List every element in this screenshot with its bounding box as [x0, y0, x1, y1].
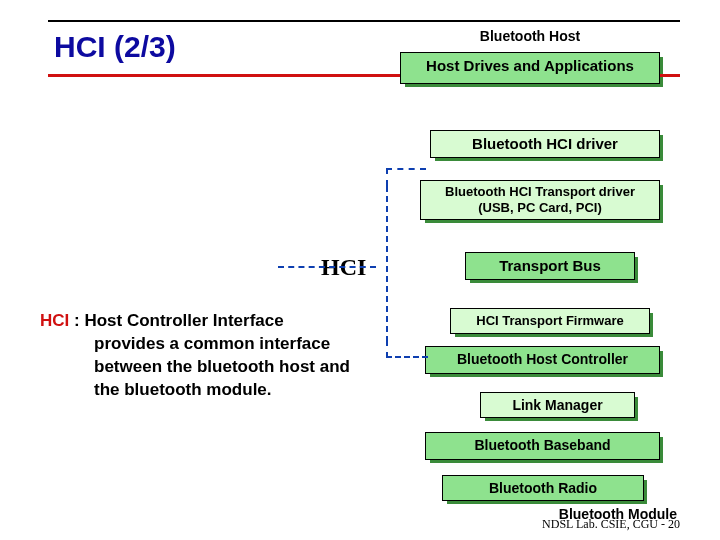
- hci-term: HCI: [40, 311, 69, 330]
- box-transport-driver: Bluetooth HCI Transport driver (USB, PC …: [420, 180, 660, 220]
- rule-top: [48, 20, 680, 22]
- hci-desc-rest: provides a common interface between the …: [40, 333, 360, 402]
- bracket-connector: [278, 266, 376, 268]
- box-host-drives: Host Drives and Applications: [400, 52, 660, 84]
- bracket-bot: [386, 340, 428, 358]
- box-host-controller: Bluetooth Host Controller: [425, 346, 660, 374]
- label-bluetooth-host: Bluetooth Host: [445, 28, 615, 44]
- box-transport-driver-l2: (USB, PC Card, PCI): [478, 200, 602, 215]
- box-transport-driver-l1: Bluetooth HCI Transport driver: [445, 184, 635, 199]
- box-hci-driver: Bluetooth HCI driver: [430, 130, 660, 158]
- hci-description: HCI : Host Controller Interface provides…: [40, 310, 360, 402]
- slide-title: HCI (2/3): [54, 30, 176, 64]
- box-baseband: Bluetooth Baseband: [425, 432, 660, 460]
- box-radio: Bluetooth Radio: [442, 475, 644, 501]
- box-transport-bus: Transport Bus: [465, 252, 635, 280]
- box-transport-firmware: HCI Transport Firmware: [450, 308, 650, 334]
- bracket-top: [386, 168, 426, 186]
- slide-footer: NDSL Lab. CSIE, CGU - 20: [542, 517, 680, 532]
- bracket-mid: [386, 186, 388, 342]
- box-link-manager: Link Manager: [480, 392, 635, 418]
- hci-expansion: : Host Controller Interface: [69, 311, 283, 330]
